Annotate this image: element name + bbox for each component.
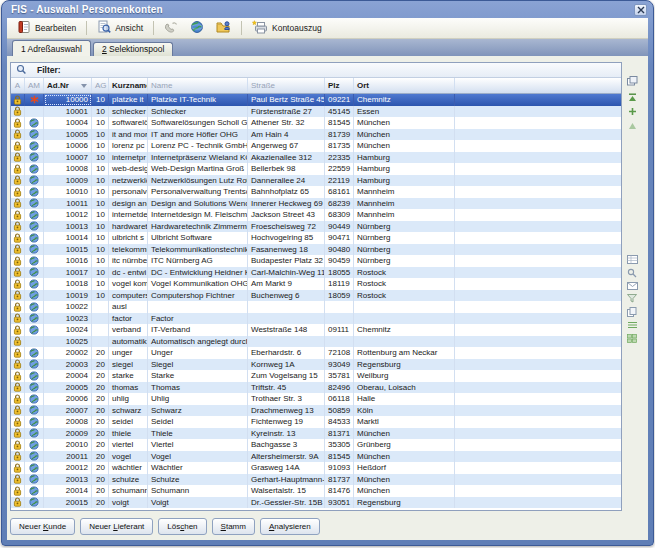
neuer-lieferant-button[interactable]: Neuer Lieferant [80, 518, 153, 535]
cell-plz: 90471 [325, 232, 354, 244]
cell-plz: 09111 [325, 324, 354, 336]
table-row[interactable]: 1001410ulbricht sUlbricht SoftwareHochvo… [11, 232, 621, 244]
table-row[interactable]: 1001910computershComputershop FichtnerBu… [11, 290, 621, 302]
table-row[interactable]: 1000410softwarelöSoftwarelösungen Scholl… [11, 117, 621, 129]
column-header-strasse[interactable]: Straße [248, 78, 325, 93]
cell-name: ITC Nürnberg AG [148, 255, 248, 267]
column-header-name[interactable]: Name [148, 78, 248, 93]
scroll-top-icon[interactable] [626, 92, 638, 103]
filter-funnel-icon[interactable] [626, 293, 638, 304]
table-row[interactable]: 1001610itc nürnbeITC Nürnberg AGBudapest… [11, 255, 621, 267]
cell-name: Wächtler [148, 462, 248, 474]
table-row[interactable]: 1001510telekommunTelekommunikationstechn… [11, 244, 621, 256]
column-header-am[interactable]: AM [25, 78, 44, 93]
tab-adressauswahl[interactable]: 1 Adreßauswahl [12, 40, 91, 56]
table-row[interactable]: 1001210internetdeInternetdesign M. Fleis… [11, 209, 621, 221]
ansicht-button[interactable]: Ansicht [91, 19, 149, 37]
grid-icon[interactable] [626, 254, 638, 265]
globe-icon [25, 497, 44, 509]
customer-folder-button[interactable] [210, 19, 237, 37]
lock-icon [11, 117, 25, 129]
cell-ort: Regensburg [354, 497, 455, 509]
cell-ort: München [354, 117, 455, 129]
column-options-icon[interactable] [626, 75, 638, 86]
table-row[interactable]: 2001320schulzeSchulzeGerhart-Hauptmann-R… [11, 474, 621, 486]
table-row[interactable]: 1000810web-designWeb-Design Martina Groß… [11, 163, 621, 175]
column-header-kurzname[interactable]: Kurzname [109, 78, 148, 93]
table-row[interactable]: 1001310hardwareteHardwaretechnik Zimmerm… [11, 221, 621, 233]
list-icon[interactable] [626, 320, 638, 331]
mail-icon[interactable] [626, 280, 638, 291]
cell-name: Design and Solutions Wendt [148, 198, 248, 210]
table-row[interactable]: 10024verbandIT-VerbandWeststraße 1480911… [11, 324, 621, 336]
cell-ort: Rostock [354, 267, 455, 279]
kontoauszug-button[interactable]: Kontoauszug [246, 19, 328, 37]
table-row[interactable]: 2000820seidelSeidelFichtenweg 1984533Mar… [11, 416, 621, 428]
table-row[interactable]: 10023factorFactor [11, 313, 621, 325]
table-row[interactable]: 1000510it and morIT and more Höfler OHGA… [11, 129, 621, 141]
table-row[interactable]: 1000710internetprInternetpräsenz Wieland… [11, 152, 621, 164]
lock-icon [11, 209, 25, 221]
stamm-button[interactable]: Stamm [212, 518, 255, 535]
table-row[interactable]: 1000010platzke itPlatzke IT-TechnikPaul … [11, 94, 621, 106]
table-row[interactable]: 2000720schwarzSchwarzDrachmenweg 1350859… [11, 405, 621, 417]
cell-kurzname: automatik [109, 336, 148, 348]
cell-ort: Nürnberg [354, 244, 455, 256]
table-row[interactable]: 1001810vogel kommVogel Kommunikation OHG… [11, 278, 621, 290]
cell-plz: 81735 [325, 140, 354, 152]
table-row[interactable]: 10022ausl [11, 301, 621, 313]
lock-icon [11, 497, 25, 509]
table-row[interactable]: 2001020viertelViertelBachgasse 335305Grü… [11, 439, 621, 451]
table-row[interactable]: 2001120vogelVogelAltersheimerstr. 9A8154… [11, 451, 621, 463]
table-row[interactable]: 2000320siegelSiegelKornweg 1A93049Regens… [11, 359, 621, 371]
cell-plz [325, 301, 354, 313]
search-icon[interactable] [626, 267, 638, 278]
cell-ort [354, 313, 455, 325]
table-row[interactable]: 1000910netzwerklöNetzwerklösungen Lutz R… [11, 175, 621, 187]
cell-strasse: Gerhart-Hauptmann-Ring [248, 474, 325, 486]
bearbeiten-button[interactable]: Bearbeiten [11, 19, 82, 37]
table-row[interactable]: 10025automatikAutomatisch angelegt durch… [11, 336, 621, 348]
cell-ort: Chemnitz [354, 324, 455, 336]
column-header-adnr[interactable]: Ad.Nr [44, 78, 92, 93]
globe-button[interactable] [184, 19, 210, 37]
page-up-icon[interactable] [626, 120, 638, 131]
table-row[interactable]: 2000420starkeStarkeZum Vogelsang 1535781… [11, 370, 621, 382]
cell-ag [92, 301, 109, 313]
table-row[interactable]: 1001710dc - entwiDC - Entwicklung Heidne… [11, 267, 621, 279]
tab-selektionspool[interactable]: 2 Selektionspool [93, 42, 173, 56]
loeschen-button[interactable]: Löschen [158, 518, 206, 535]
scroll-up-icon[interactable] [626, 106, 638, 117]
footer-button-bar: Neuer Kunde Neuer Lieferant Löschen Stam… [10, 518, 320, 536]
neuer-kunde-button[interactable]: Neuer Kunde [10, 518, 75, 535]
table-row[interactable]: 2000920thieleThieleKyreinstr. 1381371Mün… [11, 428, 621, 440]
table-row[interactable]: 1000610lorenz pcLorenz PC - Technik GmbH… [11, 140, 621, 152]
close-button[interactable] [634, 4, 647, 16]
table-row[interactable]: 2001220wächtlerWächtlerGrasweg 14A91093H… [11, 462, 621, 474]
analysieren-button[interactable]: Analysieren [260, 518, 320, 535]
cell-ort: München [354, 140, 455, 152]
table-row[interactable]: 2001520voigtVoigtDr.-Gessler-Str. 15B930… [11, 497, 621, 509]
grid-small-icon[interactable] [626, 333, 638, 344]
column-header-a[interactable]: A [11, 78, 25, 93]
table-row[interactable]: 2001420schumannSchumannWalsertalstr. 158… [11, 485, 621, 497]
cell-kurzname: schwarz [109, 405, 148, 417]
cell-kurzname: vogel komm [109, 278, 148, 290]
table-row[interactable]: 2000220ungerUngerEberhardstr. 672108Rott… [11, 347, 621, 359]
table-row[interactable]: 1001010personalvePersonalverwaltung Tren… [11, 186, 621, 198]
phone-button[interactable] [158, 19, 184, 37]
column-header-ag[interactable]: AG [92, 78, 109, 93]
column-header-ort[interactable]: Ort [354, 78, 455, 93]
copy-icon[interactable] [626, 306, 638, 317]
title-bar[interactable]: FIS - Auswahl Personenkonten [2, 1, 653, 18]
table-row[interactable]: 1000110schleckerSchleckerFürstenstraße 2… [11, 106, 621, 118]
cell-filler [455, 163, 621, 175]
filter-row[interactable]: Filter: [11, 63, 621, 78]
lock-icon [11, 94, 25, 106]
table-row[interactable]: 2000620uhligUhligTrothaer Str. 306118Hal… [11, 393, 621, 405]
column-header-plz[interactable]: Plz [325, 78, 354, 93]
table-row[interactable]: 2000520thomasThomasTriftstr. 4582496Ober… [11, 382, 621, 394]
globe-icon [25, 451, 44, 463]
table-row[interactable]: 1001110design andDesign and Solutions We… [11, 198, 621, 210]
globe-icon [25, 209, 44, 221]
